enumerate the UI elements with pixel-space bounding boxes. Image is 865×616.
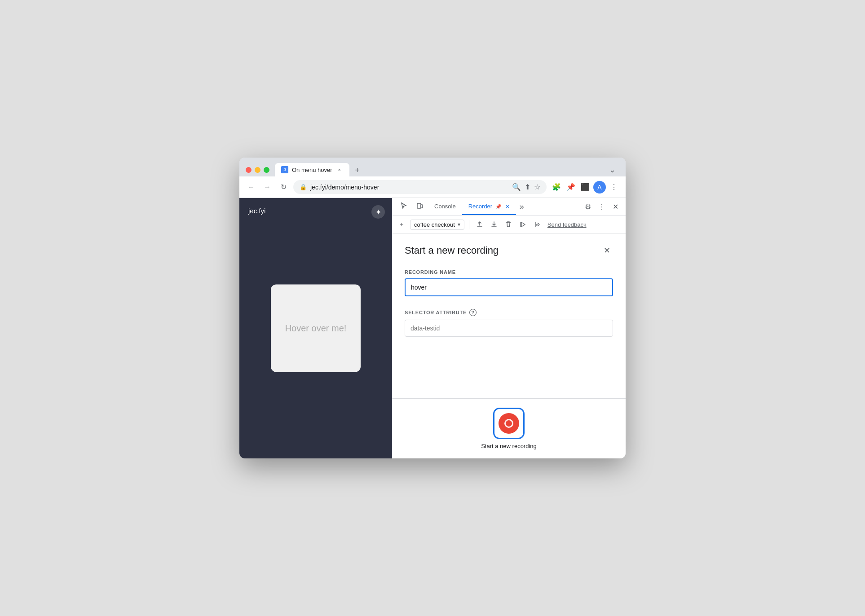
devtools-settings-button[interactable]: ⚙ [581, 199, 595, 215]
toolbar-divider [469, 220, 469, 229]
devtools-inspect-icon[interactable] [396, 198, 412, 216]
recording-name: coffee checkout [414, 221, 455, 228]
send-feedback-button[interactable]: Send feedback [547, 221, 587, 228]
tab-title: On menu hover [292, 167, 332, 173]
selector-attribute-label: SELECTOR ATTRIBUTE ? [405, 309, 613, 316]
tab-bar: J On menu hover × + ⌄ [275, 163, 619, 176]
bookmark-icon[interactable]: ☆ [534, 183, 540, 191]
url-action-icons: 🔍 ⬆ ☆ [512, 183, 540, 191]
tab-console[interactable]: Console [428, 198, 462, 215]
active-tab[interactable]: J On menu hover × [275, 163, 349, 176]
devtools-tab-bar: Console Recorder 📌 ✕ » ⚙ ⋮ ✕ [392, 198, 626, 216]
site-title: jec.fyi [248, 207, 265, 215]
devtools-device-icon[interactable] [412, 198, 428, 216]
tabs-expand-button[interactable]: ⌄ [605, 163, 619, 176]
recorder-toolbar: + coffee checkout ▾ [392, 216, 626, 233]
import-button[interactable] [488, 219, 500, 230]
tab-close-button[interactable]: × [336, 166, 343, 173]
maximize-traffic-light[interactable] [264, 167, 269, 173]
delete-button[interactable] [503, 219, 514, 230]
svg-rect-0 [417, 203, 421, 208]
traffic-lights [246, 167, 269, 173]
devtools-close-button[interactable]: ✕ [609, 199, 622, 215]
profile-avatar[interactable]: A [593, 181, 606, 194]
split-view-icon[interactable]: ⬛ [579, 181, 591, 194]
lock-icon: 🔒 [300, 184, 307, 190]
dialog-footer: Start a new recording [392, 398, 626, 458]
browser-window: J On menu hover × + ⌄ ← → ↻ 🔒 jec.fyi/de… [239, 158, 626, 458]
forward-button[interactable]: → [261, 181, 274, 194]
title-bar: J On menu hover × + ⌄ [239, 158, 626, 176]
pin-icon[interactable]: 📌 [565, 181, 577, 194]
recording-selector[interactable]: coffee checkout ▾ [410, 220, 464, 230]
minimize-traffic-light[interactable] [255, 167, 260, 173]
hover-card-text: Hover over me! [285, 323, 347, 334]
recording-name-label: RECORDING NAME [405, 269, 613, 275]
back-button[interactable]: ← [245, 181, 257, 194]
export-button[interactable] [474, 219, 485, 230]
devtools-tabs-more[interactable]: » [516, 198, 528, 215]
recording-name-input[interactable] [405, 278, 613, 296]
record-dot [504, 419, 513, 428]
hover-card[interactable]: Hover over me! [271, 285, 361, 372]
browser-toolbar-right: 🧩 📌 ⬛ A ⋮ [550, 181, 620, 194]
step-button[interactable] [531, 219, 543, 230]
website-panel: jec.fyi ✦ Hover over me! [239, 198, 392, 458]
svg-rect-1 [421, 205, 423, 208]
main-content: jec.fyi ✦ Hover over me! [239, 198, 626, 458]
play-button[interactable] [517, 219, 529, 230]
dialog-header: Start a new recording ✕ [405, 244, 613, 257]
dialog-title: Start a new recording [405, 245, 499, 256]
close-traffic-light[interactable] [246, 167, 252, 173]
search-icon[interactable]: 🔍 [512, 183, 521, 191]
tab-recorder[interactable]: Recorder 📌 ✕ [462, 198, 516, 215]
start-recording-button[interactable] [493, 408, 525, 439]
new-tab-button[interactable]: + [351, 164, 364, 176]
share-icon[interactable]: ⬆ [525, 183, 530, 191]
dialog-close-button[interactable]: ✕ [600, 244, 613, 257]
start-recording-label: Start a new recording [481, 443, 537, 449]
url-text: jec.fyi/demo/menu-hover [310, 184, 508, 191]
theme-toggle-button[interactable]: ✦ [371, 205, 385, 219]
extensions-icon[interactable]: 🧩 [550, 181, 563, 194]
recording-dropdown-icon: ▾ [458, 221, 460, 228]
url-bar[interactable]: 🔒 jec.fyi/demo/menu-hover 🔍 ⬆ ☆ [293, 180, 547, 194]
selector-help-icon[interactable]: ? [469, 309, 477, 316]
address-bar: ← → ↻ 🔒 jec.fyi/demo/menu-hover 🔍 ⬆ ☆ 🧩 … [239, 176, 626, 198]
add-recording-button[interactable]: + [396, 219, 407, 230]
devtools-panel: Console Recorder 📌 ✕ » ⚙ ⋮ ✕ + [392, 198, 626, 458]
dialog-area: Start a new recording ✕ RECORDING NAME S… [392, 233, 626, 398]
record-icon [499, 413, 519, 434]
devtools-more-button[interactable]: ⋮ [595, 199, 609, 215]
tab-favicon: J [281, 166, 288, 173]
selector-attribute-input[interactable] [405, 320, 613, 337]
reload-button[interactable]: ↻ [277, 181, 290, 194]
browser-menu-icon[interactable]: ⋮ [608, 181, 620, 194]
